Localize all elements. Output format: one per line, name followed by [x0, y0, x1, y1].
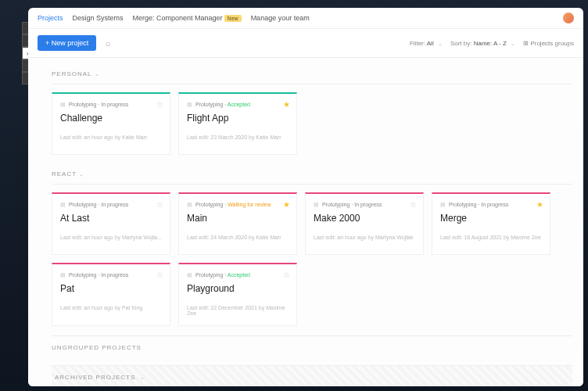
card-title: Flight App: [187, 113, 289, 124]
projects-groups-toggle[interactable]: ⊞ Projects groups: [523, 40, 574, 47]
project-card[interactable]: ☆▤ Prototyping · In progressAt LastLast …: [52, 192, 170, 255]
card-title: Pat: [60, 283, 162, 294]
nav-manage-team[interactable]: Manage your team: [251, 14, 310, 22]
nav-merge[interactable]: Merge: Component ManagerNew: [133, 14, 242, 22]
chevron-down-icon: ⌄: [140, 375, 145, 380]
new-project-button[interactable]: + New project: [38, 35, 96, 51]
app-window: Projects Design Systems Merge: Component…: [28, 8, 583, 386]
card-meta: Last edit: an hour ago by Martyna Wojtak: [314, 235, 415, 240]
card-meta: Last edit: an hour ago by Martyna Wojta.…: [60, 235, 162, 240]
star-icon[interactable]: ☆: [156, 271, 163, 279]
project-card[interactable]: ☆▤ Prototyping · AcceptedPlaygroundLast …: [178, 263, 297, 326]
card-title: Playground: [187, 283, 289, 294]
doc-icon: ▤: [440, 202, 446, 207]
card-meta: Last edit: 24 March 2020 by Katie Marr: [187, 235, 289, 240]
doc-icon: ▤: [60, 272, 66, 278]
star-icon[interactable]: ★: [536, 200, 543, 209]
doc-icon: ▤: [60, 102, 66, 107]
section-ungrouped[interactable]: Ungrouped Projects: [52, 335, 572, 359]
card-status: ▤ Prototyping · In progress: [314, 202, 415, 208]
project-card[interactable]: ☆▤ Prototyping · In progressPatLast edit…: [52, 263, 170, 326]
section-header-personal[interactable]: Personal⌄: [52, 64, 572, 84]
section-archived[interactable]: Archived Projects ⌄: [52, 365, 572, 386]
avatar[interactable]: [563, 13, 574, 23]
doc-icon: ▤: [60, 202, 66, 207]
new-badge: New: [224, 15, 242, 22]
doc-icon: ▤: [187, 202, 192, 207]
card-meta: Last edit: an hour ago by Pat King: [60, 305, 162, 310]
card-meta: Last edit: 18 August 2021 by Maxime Zee: [440, 235, 542, 240]
card-title: Merge: [440, 213, 542, 224]
star-icon[interactable]: ★: [283, 100, 290, 109]
sort-control[interactable]: Sort by: Name: A - Z ⌄: [450, 40, 515, 47]
card-meta: Last edit: 23 March 2020 by Katie Marr: [187, 135, 289, 140]
top-nav: Projects Design Systems Merge: Component…: [28, 8, 583, 29]
filters: Filter: All ⌄ Sort by: Name: A - Z ⌄ ⊞ P…: [410, 40, 574, 47]
card-status: ▤ Prototyping · In progress: [60, 202, 162, 208]
project-card[interactable]: ★▤ Prototyping · Waiting for reviewMainL…: [178, 192, 297, 255]
doc-icon: ▤: [187, 102, 192, 107]
star-icon[interactable]: ☆: [156, 200, 163, 209]
star-icon[interactable]: ☆: [410, 200, 417, 209]
card-title: Main: [187, 213, 289, 224]
card-status: ▤ Prototyping · In progress: [440, 202, 542, 208]
section-react: React⌄ ☆▤ Prototyping · In progressAt La…: [52, 164, 572, 326]
card-meta: Last edit: an hour ago by Katie Marr: [60, 135, 162, 140]
project-card[interactable]: ☆▤ Prototyping · In progressChallengeLas…: [52, 92, 170, 155]
star-icon[interactable]: ☆: [283, 271, 290, 279]
nav-projects[interactable]: Projects: [38, 14, 63, 22]
section-header-react[interactable]: React⌄: [52, 164, 572, 185]
card-status: ▤ Prototyping · In progress: [60, 272, 162, 278]
chevron-down-icon: ⌄: [79, 171, 84, 177]
content-area: Personal⌄ ☆▤ Prototyping · In progressCh…: [28, 58, 583, 386]
card-status: ▤ Prototyping · Accepted: [187, 102, 289, 108]
search-icon[interactable]: ⌕: [106, 38, 111, 48]
card-title: Make 2000: [314, 213, 415, 224]
nav-design-systems[interactable]: Design Systems: [73, 14, 124, 22]
card-title: At Last: [60, 213, 162, 224]
card-meta: Last edit: 22 December 2021 by Maxime Ze…: [187, 305, 289, 316]
star-icon[interactable]: ☆: [156, 100, 163, 109]
card-status: ▤ Prototyping · In progress: [60, 102, 162, 108]
project-card[interactable]: ★▤ Prototyping · In progressMergeLast ed…: [432, 192, 550, 255]
project-card[interactable]: ☆▤ Prototyping · In progressMake 2000Las…: [305, 192, 424, 255]
card-status: ▤ Prototyping · Waiting for review: [187, 202, 289, 208]
section-personal: Personal⌄ ☆▤ Prototyping · In progressCh…: [52, 64, 572, 155]
chevron-down-icon: ⌄: [95, 71, 100, 77]
card-title: Challenge: [60, 113, 162, 124]
card-status: ▤ Prototyping · Accepted: [187, 272, 289, 278]
doc-icon: ▤: [314, 202, 319, 207]
filter-control[interactable]: Filter: All ⌄: [410, 40, 443, 47]
project-card[interactable]: ★▤ Prototyping · AcceptedFlight AppLast …: [178, 92, 297, 155]
star-icon[interactable]: ★: [283, 200, 290, 209]
toolbar: + New project ⌕ Filter: All ⌄ Sort by: N…: [28, 29, 583, 58]
doc-icon: ▤: [187, 272, 192, 278]
